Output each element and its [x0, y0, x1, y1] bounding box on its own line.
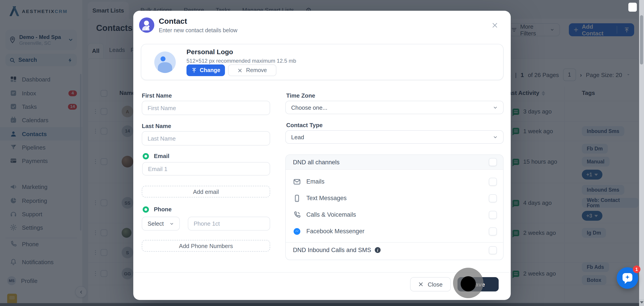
close-label: Close — [428, 281, 443, 288]
dnd-channel-label: Text Messages — [306, 195, 346, 201]
remove-label: Remove — [246, 67, 267, 73]
email-input[interactable] — [142, 162, 270, 175]
dnd-text-messages-checkbox[interactable] — [489, 194, 497, 202]
timezone-value: Choose one... — [291, 104, 327, 111]
last-name-input[interactable] — [142, 131, 270, 146]
dnd-inbound-checkbox[interactable] — [489, 246, 497, 254]
mobile-phone-icon — [293, 194, 301, 202]
dnd-calls-checkbox[interactable] — [489, 211, 497, 219]
facebook-messenger-icon — [293, 227, 301, 235]
phone-call-icon — [293, 211, 301, 219]
click-indicator-dot — [461, 276, 476, 291]
phone-radio[interactable] — [143, 206, 149, 213]
personal-logo-title: Personal Logo — [186, 48, 233, 56]
dnd-channel-label: Emails — [306, 178, 324, 185]
close-icon — [238, 68, 242, 73]
phone-select-value: Select — [148, 220, 164, 227]
corner-artifact — [628, 3, 637, 12]
remove-logo-button[interactable]: Remove — [228, 65, 276, 76]
last-name-label: Last Name — [142, 123, 171, 129]
sparkle-icon — [624, 274, 630, 280]
close-icon — [491, 22, 498, 29]
dnd-channel-label: Facebook Messenger — [306, 228, 364, 235]
personal-logo-card: Personal Logo 512×512 px recommended max… — [141, 44, 504, 80]
contact-edit-avatar-icon — [139, 18, 154, 33]
contact-type-select[interactable]: Lead — [285, 130, 504, 144]
dnd-card: DND all channels Emails Text Messages Ca… — [285, 154, 504, 260]
info-icon[interactable]: i — [375, 247, 380, 253]
modal-subtitle: Enter new contact details below — [159, 27, 238, 34]
horizontal-scrollbar[interactable] — [0, 303, 639, 306]
chevron-down-icon — [493, 135, 498, 139]
contact-type-value: Lead — [291, 134, 304, 140]
dnd-inbound-label: DND Inbound Calls and SMS — [293, 247, 371, 253]
dnd-inbound-row: DND Inbound Calls and SMS i — [286, 242, 503, 257]
vertical-scrollbar[interactable] — [639, 0, 644, 306]
modal-close-button[interactable] — [489, 20, 500, 31]
close-icon — [418, 281, 424, 287]
envelope-icon — [293, 177, 301, 186]
timezone-label: Time Zone — [286, 92, 315, 99]
email-label: Email — [154, 153, 169, 159]
modal-title: Contact — [159, 17, 187, 26]
phone-label: Phone — [154, 206, 172, 213]
first-name-input[interactable] — [142, 101, 270, 115]
scrollbar-down-arrow[interactable] — [639, 299, 644, 306]
dnd-text-messages-row: Text Messages — [286, 190, 503, 206]
app-stage: AESTHETIXCRM Demo - Med Spa Greenville, … — [0, 0, 644, 306]
chevron-down-icon — [493, 105, 498, 110]
dnd-all-checkbox[interactable] — [489, 158, 497, 166]
change-label: Change — [200, 67, 220, 73]
phone-number-input[interactable] — [188, 217, 270, 230]
dnd-facebook-messenger-row: Facebook Messenger — [286, 223, 503, 239]
contact-modal: Contact Enter new contact details below … — [133, 11, 511, 300]
dnd-calls-row: Calls & Voicemails — [286, 206, 503, 223]
timezone-select[interactable]: Choose one... — [285, 101, 504, 114]
chat-notification-badge: 1 — [633, 265, 640, 273]
contact-type-label: Contact Type — [286, 122, 323, 129]
dnd-all-label: DND all channels — [293, 159, 340, 165]
modal-footer-divider — [133, 272, 511, 273]
change-logo-button[interactable]: Change — [186, 65, 225, 76]
close-button[interactable]: Close — [410, 277, 451, 291]
add-email-button[interactable]: Add email — [142, 186, 270, 197]
dnd-all-channels-row: DND all channels — [286, 155, 503, 170]
scrollbar-thumb[interactable] — [640, 15, 643, 65]
dnd-channel-label: Calls & Voicemails — [306, 211, 356, 218]
personal-logo-placeholder — [154, 52, 176, 73]
first-name-label: First Name — [142, 92, 172, 99]
personal-logo-hint: 512×512 px recommended maximum 12.5 mb — [186, 58, 296, 64]
chat-widget-button[interactable]: 1 — [617, 267, 638, 289]
dnd-messenger-checkbox[interactable] — [489, 227, 497, 235]
phone-country-select[interactable]: Select — [142, 217, 180, 230]
chevron-down-icon — [170, 221, 174, 226]
dnd-emails-row: Emails — [286, 173, 503, 190]
dnd-emails-checkbox[interactable] — [489, 177, 497, 186]
upload-icon — [191, 68, 196, 73]
add-phone-button[interactable]: Add Phone Numbers — [142, 240, 270, 252]
email-radio[interactable] — [143, 153, 149, 159]
